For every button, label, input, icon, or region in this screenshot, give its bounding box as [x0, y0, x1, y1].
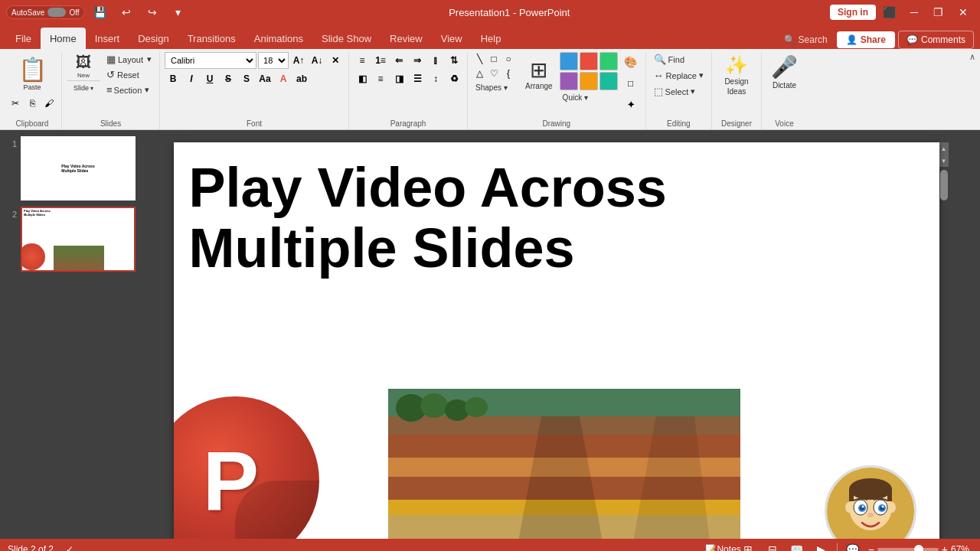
zoom-out-button[interactable]: − [868, 543, 874, 551]
scroll-up-button[interactable]: ▲ [939, 142, 949, 155]
arrange-button[interactable]: ⊞ Arrange [521, 52, 557, 98]
copy-button[interactable]: ⎘ [24, 96, 40, 110]
normal-view-button[interactable]: ⊞ [739, 540, 757, 551]
highlight-button[interactable]: ab [293, 70, 310, 87]
qs-1[interactable] [560, 52, 578, 70]
align-left-button[interactable]: ◧ [354, 70, 371, 87]
shape-1[interactable]: ╲ [472, 52, 486, 66]
justify-button[interactable]: ☰ [409, 70, 426, 87]
convert-button[interactable]: ♻ [446, 70, 462, 87]
undo-button[interactable]: ↩ [116, 2, 137, 23]
design-ideas-button[interactable]: ✨ Design Ideas [717, 52, 756, 98]
shadow-button[interactable]: S [238, 70, 255, 87]
zoom-slider[interactable] [877, 548, 939, 551]
align-right-button[interactable]: ◨ [390, 70, 407, 87]
direction-button[interactable]: ⇅ [446, 52, 462, 69]
qs-3[interactable] [599, 52, 618, 70]
share-button[interactable]: 👤 Share [837, 31, 895, 48]
font-color-button[interactable]: A [275, 70, 292, 87]
paste-button[interactable]: 📋 Paste [14, 52, 51, 95]
numbering-button[interactable]: 1≡ [372, 52, 389, 69]
font-decrease-button[interactable]: A↓ [309, 52, 325, 69]
tab-review[interactable]: Review [381, 28, 432, 49]
columns-button[interactable]: ⫿ [427, 52, 444, 69]
format-painter-button[interactable]: 🖌 [41, 96, 57, 110]
scroll-thumb[interactable] [940, 170, 948, 201]
italic-button[interactable]: I [183, 70, 200, 87]
clear-formatting-button[interactable]: ✕ [327, 52, 344, 69]
slide-thumbnail-1[interactable]: Play Video AcrossMultiple Slides [21, 136, 136, 201]
line-spacing-button[interactable]: ↕ [427, 70, 444, 87]
font-size-select[interactable]: 18 [258, 52, 289, 69]
restore-button[interactable]: ❐ [928, 2, 949, 23]
font-family-select[interactable]: Calibri [165, 52, 256, 69]
autosave-toggle[interactable] [47, 8, 66, 17]
tab-view[interactable]: View [432, 28, 472, 49]
shape-2[interactable]: □ [487, 52, 501, 66]
underline-button[interactable]: U [201, 70, 218, 87]
comments-button[interactable]: 💬 Comments [898, 31, 974, 49]
layout-button[interactable]: ▦ Layout ▾ [103, 52, 155, 67]
slide-sorter-button[interactable]: ⊟ [763, 540, 782, 551]
increase-indent-button[interactable]: ⇒ [409, 52, 426, 69]
shape-5[interactable]: ♡ [487, 67, 501, 80]
tab-transitions[interactable]: Transitions [178, 28, 245, 49]
effects-button[interactable]: ✦ [621, 95, 641, 115]
quick-styles-btn[interactable]: Quick ▾ [560, 92, 618, 103]
bold-button[interactable]: B [165, 70, 181, 87]
ribbon-collapse-button[interactable]: ∧ [969, 52, 975, 62]
fill-color-button[interactable]: 🎨 [621, 52, 641, 72]
minimize-button[interactable]: ─ [903, 2, 925, 23]
strikethrough-button[interactable]: S [220, 70, 237, 87]
font-increase-button[interactable]: A↑ [290, 52, 307, 69]
new-slide-dropdown[interactable]: Slide ▾ [67, 81, 100, 95]
notes-button[interactable]: 📝 Notes [714, 540, 733, 551]
accessibility-check[interactable]: ✓ [66, 544, 74, 551]
find-button[interactable]: 🔍 Find [651, 52, 707, 67]
zoom-thumb[interactable] [914, 545, 923, 551]
tab-slideshow[interactable]: Slide Show [312, 28, 381, 49]
qs-6[interactable] [599, 72, 618, 90]
align-center-button[interactable]: ≡ [372, 70, 389, 87]
qs-4[interactable] [560, 72, 578, 90]
tab-file[interactable]: File [6, 28, 41, 49]
slide-canvas[interactable]: Play Video Across Multiple Slides P [174, 142, 939, 539]
section-button[interactable]: ≡ Section ▾ [103, 83, 155, 97]
qs-2[interactable] [580, 52, 598, 70]
tab-help[interactable]: Help [472, 28, 511, 49]
shape-6[interactable]: { [501, 67, 515, 80]
comments-side-button[interactable]: 💬 [844, 540, 862, 551]
customize-qat-button[interactable]: ▾ [168, 2, 189, 23]
close-button[interactable]: ✕ [952, 2, 974, 23]
dictate-button[interactable]: 🎤 Dictate [766, 52, 802, 92]
slideshow-view-button[interactable]: ▶ [812, 540, 831, 551]
qs-5[interactable] [580, 72, 598, 90]
cut-button[interactable]: ✂ [8, 96, 23, 110]
shapes-btn[interactable]: Shapes ▾ [472, 82, 518, 93]
save-button[interactable]: 💾 [90, 2, 111, 23]
outline-color-button[interactable]: □ [621, 73, 641, 93]
zoom-in-button[interactable]: + [942, 543, 948, 551]
tab-insert[interactable]: Insert [86, 28, 129, 49]
reading-view-button[interactable]: 📖 [788, 540, 806, 551]
scroll-down-button[interactable]: ▼ [939, 155, 949, 167]
new-slide-button[interactable]: 🖼 New [67, 52, 100, 81]
ribbon-display-button[interactable]: ⬛ [879, 2, 900, 23]
tab-design[interactable]: Design [129, 28, 178, 49]
canvas-scrollbar-vertical[interactable]: ▲ ▼ [939, 142, 949, 167]
replace-button[interactable]: ↔ Replace ▾ [651, 68, 707, 83]
shape-4[interactable]: △ [472, 67, 486, 80]
zoom-level[interactable]: 67% [951, 544, 972, 551]
case-button[interactable]: Aa [256, 70, 273, 87]
shape-3[interactable]: ○ [501, 52, 515, 66]
tab-animations[interactable]: Animations [245, 28, 312, 49]
select-button[interactable]: ⬚ Select ▾ [651, 84, 707, 99]
reset-button[interactable]: ↺ Reset [103, 67, 155, 82]
autosave-badge[interactable]: AutoSave Off [6, 5, 85, 19]
slide-thumbnail-2[interactable]: Play Video AcrossMultiple Slides [21, 207, 136, 271]
sign-in-button[interactable]: Sign in [830, 5, 876, 20]
decrease-indent-button[interactable]: ⇐ [390, 52, 407, 69]
tab-home[interactable]: Home [41, 28, 86, 49]
redo-button[interactable]: ↪ [142, 2, 163, 23]
search-button[interactable]: 🔍 Search [778, 31, 834, 48]
